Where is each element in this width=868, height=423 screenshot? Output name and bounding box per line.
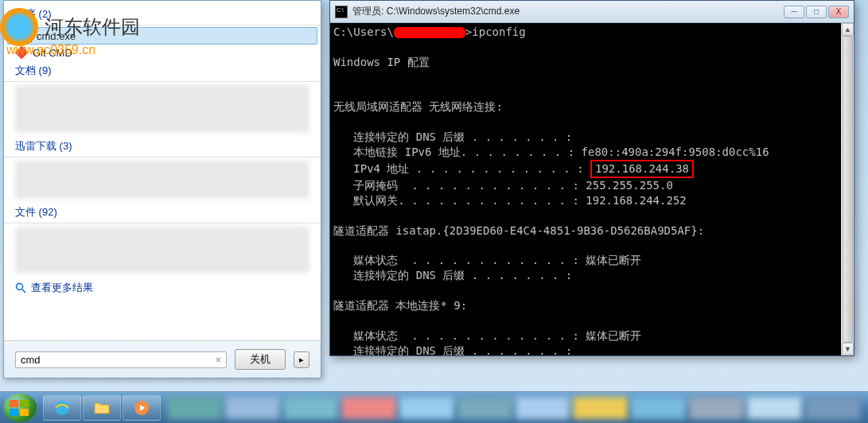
media-state-value: 媒体已断开	[586, 254, 641, 266]
blurred-results	[15, 161, 309, 199]
redacted-username	[394, 27, 465, 38]
window-controls: ─ □ X	[784, 6, 849, 18]
search-result-git-cmd[interactable]: Git CMD	[4, 45, 321, 60]
search-icon	[15, 282, 26, 293]
dns-suffix-line: 连接特定的 DNS 后缀 . . . . . . . :	[333, 130, 572, 143]
cmd-output[interactable]: C:\Users\>ipconfig Windows IP 配置 无线局域网适配…	[330, 23, 854, 355]
ipv4-label: IPv4 地址 . . . . . . . . . . . . :	[333, 162, 590, 175]
gateway-value: 192.168.244.252	[586, 194, 686, 207]
media-state-value: 媒体已断开	[586, 329, 641, 342]
svg-rect-2	[15, 46, 28, 59]
svg-point-3	[17, 284, 23, 290]
search-results: 程序 (2) C:\ cmd.exe Git CMD 文档 (9) 迅雷下载 (…	[4, 1, 321, 340]
cmd-window-icon	[335, 6, 348, 18]
cmd-window-title: 管理员: C:\Windows\system32\cmd.exe	[352, 5, 784, 18]
taskbar-blurred-items	[167, 397, 860, 419]
taskbar-item-explorer[interactable]	[83, 395, 121, 421]
see-more-label: 查看更多结果	[31, 281, 93, 295]
search-input[interactable]	[21, 354, 215, 366]
start-menu-search-panel: 程序 (2) C:\ cmd.exe Git CMD 文档 (9) 迅雷下载 (…	[3, 0, 321, 378]
blurred-results	[15, 85, 309, 133]
folder-icon	[92, 398, 111, 417]
taskbar	[0, 391, 868, 423]
search-result-cmd-exe[interactable]: C:\ cmd.exe	[7, 27, 317, 45]
media-state-label: 媒体状态 . . . . . . . . . . . . :	[333, 329, 586, 342]
clear-search-icon[interactable]: ×	[215, 354, 221, 366]
cmd-window: 管理员: C:\Windows\system32\cmd.exe ─ □ X C…	[329, 0, 854, 356]
dns-suffix-line: 连接特定的 DNS 后缀 . . . . . . . :	[333, 269, 572, 281]
tunnel-local-header: 隧道适配器 本地连接* 9:	[333, 299, 467, 312]
subnet-label: 子网掩码 . . . . . . . . . . . . :	[333, 179, 586, 192]
subnet-value: 255.255.255.0	[586, 179, 673, 192]
scroll-down-button[interactable]: ▼	[842, 343, 854, 355]
maximize-button[interactable]: □	[806, 6, 827, 18]
close-button[interactable]: X	[828, 6, 849, 18]
blurred-results	[15, 227, 309, 273]
search-input-wrapper[interactable]: ×	[15, 351, 227, 368]
result-label: cmd.exe	[37, 30, 76, 42]
adapter-wifi-header: 无线局域网适配器 无线网络连接:	[333, 100, 503, 113]
git-icon	[15, 46, 28, 59]
svg-text:C:\: C:\	[21, 33, 29, 40]
prompt-command: >ipconfig	[465, 25, 526, 38]
shutdown-button[interactable]: 关机	[235, 349, 286, 370]
section-header-files: 文件 (92)	[4, 202, 321, 223]
minimize-button[interactable]: ─	[784, 6, 804, 18]
media-state-label: 媒体状态 . . . . . . . . . . . . :	[333, 254, 586, 266]
ipv4-value-highlighted: 192.168.244.38	[590, 160, 694, 178]
scroll-up-button[interactable]: ▲	[842, 23, 854, 36]
start-menu-bottom-bar: × 关机 ▸	[4, 340, 321, 378]
cmd-icon: C:\	[19, 29, 32, 42]
ipv6-value: fe80::490a:294f:9508:d0cc%16	[582, 146, 769, 158]
dns-suffix-line: 连接特定的 DNS 后缀 . . . . . . . :	[333, 344, 572, 355]
see-more-results[interactable]: 查看更多结果	[4, 276, 321, 300]
ie-icon	[53, 398, 72, 417]
ipv6-label: 本地链接 IPv6 地址. . . . . . . . :	[333, 146, 582, 158]
taskbar-item-wmp[interactable]	[123, 395, 161, 421]
gateway-label: 默认网关. . . . . . . . . . . . . :	[333, 194, 586, 207]
result-label: Git CMD	[33, 47, 72, 59]
cmd-titlebar[interactable]: 管理员: C:\Windows\system32\cmd.exe ─ □ X	[330, 1, 854, 23]
section-header-downloads: 迅雷下载 (3)	[4, 136, 321, 157]
media-player-icon	[132, 398, 151, 417]
ipconfig-header: Windows IP 配置	[333, 56, 430, 68]
scroll-thumb[interactable]	[843, 36, 853, 343]
section-header-docs: 文档 (9)	[4, 60, 321, 82]
taskbar-item-ie[interactable]	[43, 395, 81, 421]
svg-line-4	[22, 289, 25, 293]
tunnel-isatap-header: 隧道适配器 isatap.{2D39ED60-E4C4-4851-9B36-D5…	[333, 224, 704, 237]
section-header-programs: 程序 (2)	[4, 4, 321, 25]
cmd-scrollbar[interactable]: ▲ ▼	[841, 23, 854, 355]
start-button[interactable]	[3, 394, 37, 422]
prompt-path: C:\Users\	[333, 25, 394, 38]
shutdown-options-button[interactable]: ▸	[294, 351, 309, 368]
svg-point-5	[55, 401, 69, 415]
